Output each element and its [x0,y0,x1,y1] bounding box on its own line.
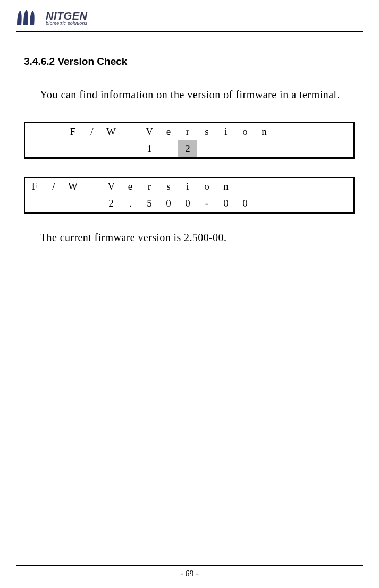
lcd-cell [82,195,102,212]
intro-text: You can find information on the version … [40,87,355,103]
lcd-cell: n [255,123,274,140]
lcd-cell: / [82,123,102,140]
lcd-cell [44,140,63,157]
lcd-cell: i [178,178,197,195]
lcd-row: F/WVersion [25,178,353,195]
lcd-cell [159,140,178,157]
lcd-cell: W [63,178,82,195]
lcd-cell [293,195,312,212]
lcd-cell [255,195,274,212]
lcd-cell [293,178,312,195]
lcd-cell: . [121,195,140,212]
section-heading: 3.4.6.2 Version Check [24,56,355,67]
lcd-cell: e [159,123,178,140]
lcd-cell: i [216,123,235,140]
lcd-cell: e [121,178,140,195]
lcd-cell: 0 [216,195,235,212]
lcd-cell [312,178,331,195]
lcd-row: F/WVersion [25,123,353,140]
header: NITGEN biometric solutions [0,0,379,31]
lcd-row: 2.500-00 [25,195,353,212]
lcd-cell: 1 [140,140,159,157]
lcd-cell: o [235,123,255,140]
lcd-cell: o [197,178,216,195]
lcd-cell: V [102,178,121,195]
logo-icon [16,10,39,27]
lcd-cell: V [140,123,159,140]
lcd-cell [44,195,63,212]
closing-text: The current firmware version is 2.500-00… [40,232,355,244]
lcd-cell [25,140,44,157]
lcd-cell [293,140,312,157]
lcd-cell [82,178,102,195]
lcd-cell [312,140,331,157]
lcd-cell [274,140,293,157]
lcd-cell [82,140,102,157]
logo-text: NITGEN biometric solutions [46,11,88,26]
section-title: Version Check [57,56,127,67]
lcd-cell: - [197,195,216,212]
lcd-cell: r [178,123,197,140]
lcd-cell [274,123,293,140]
lcd-cell: s [197,123,216,140]
lcd-cell [255,178,274,195]
lcd-cell [312,123,331,140]
lcd-cell [293,123,312,140]
lcd-cell [121,123,140,140]
lcd-cell [235,178,255,195]
section-number: 3.4.6.2 [24,56,55,67]
lcd-cell [25,123,44,140]
lcd-display-menu: F/WVersion12 [24,122,355,159]
lcd-cell: 0 [159,195,178,212]
lcd-cell [44,123,63,140]
lcd-cell [197,140,216,157]
lcd-cell [255,140,274,157]
lcd-cell [102,140,121,157]
logo-tagline: biometric solutions [46,21,88,26]
lcd-cell [274,195,293,212]
lcd-cell: / [44,178,63,195]
lcd-cell: s [159,178,178,195]
logo-brand: NITGEN [46,11,88,21]
lcd-cell: W [102,123,121,140]
page-content: 3.4.6.2 Version Check You can find infor… [0,32,379,244]
lcd-cell: 2 [178,140,197,157]
lcd-cell [216,140,235,157]
lcd-display-version: F/WVersion2.500-00 [24,177,355,214]
lcd-cell: 2 [102,195,121,212]
lcd-cell [25,195,44,212]
footer-divider [16,565,363,566]
lcd-cell [274,178,293,195]
footer: - 69 - [0,565,379,578]
lcd-cell: F [25,178,44,195]
lcd-cell: r [140,178,159,195]
lcd-cell: F [63,123,82,140]
lcd-cell: 5 [140,195,159,212]
lcd-cell [312,195,331,212]
lcd-cell: n [216,178,235,195]
page-number: - 69 - [0,569,379,578]
lcd-cell: 0 [178,195,197,212]
lcd-cell [63,140,82,157]
lcd-cell [63,195,82,212]
lcd-cell: 0 [235,195,255,212]
lcd-row: 12 [25,140,353,157]
lcd-cell [121,140,140,157]
lcd-cell [235,140,255,157]
